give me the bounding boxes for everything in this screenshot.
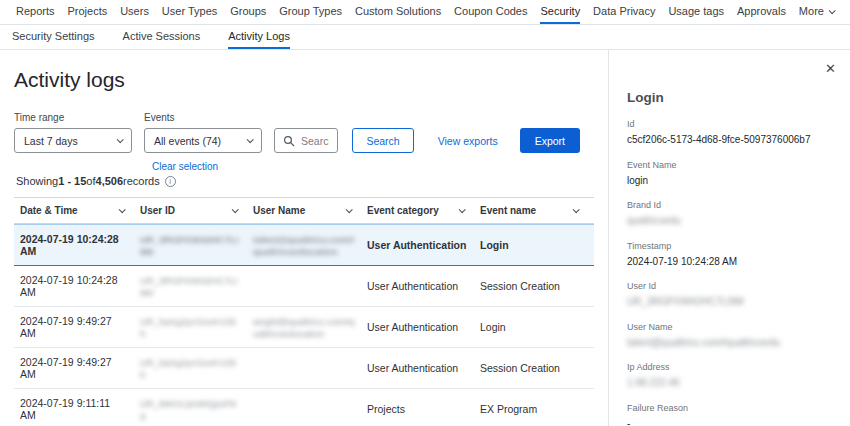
nav-item-security[interactable]: Security [540,0,580,24]
detail-field-label: User Name [627,322,834,332]
detail-field-value: c5cf206c-5173-4d68-9fce-5097376006b7 [627,133,834,147]
page-title: Activity logs [14,68,594,92]
nav-item-label: Reports [16,5,55,17]
events-filter: Events All events (74) Clear selection [144,112,262,153]
export-button[interactable]: Export [520,128,580,153]
tab-active-sessions[interactable]: Active Sessions [123,25,201,49]
detail-field-value: talent@qualtrics.com#qualtricsedu [627,336,834,350]
column-header-user-id[interactable]: User ID [140,198,253,223]
view-exports-link[interactable]: View exports [438,135,498,147]
sort-chevron-icon [459,206,466,213]
sort-chevron-icon [346,206,353,213]
column-header-label: Date & Time [20,205,78,216]
cell-datetime: 2024-07-19 10:24:28 AM [20,225,140,265]
nav-item-label: Groups [230,5,266,17]
cell-event-category: User Authentication [367,354,480,382]
detail-field-value: 2024-07-19 10:24:28 AM [627,255,834,269]
cell-user-id: UR_5aXg2ycGxvKV25h [140,348,253,388]
cell-user-name [253,360,367,376]
detail-field-value: 1.98.222.46 [627,376,834,390]
table-row[interactable]: 2024-07-19 9:11:11 AMUR_8WVLrjmWQpxP9qPr… [14,389,594,426]
nav-item-user-types[interactable]: User Types [162,0,217,24]
cell-datetime: 2024-07-19 10:24:28 AM [20,266,140,306]
column-header-event-name[interactable]: Event name [480,198,594,223]
nav-item-label: Security [540,5,580,17]
search-input[interactable] [301,135,329,147]
cell-event-category: User Authentication [367,231,480,259]
column-header-date-time[interactable]: Date & Time [20,198,140,223]
blurred-user-name: talent@qualtrics.com#qualtricseducation [253,234,355,257]
cell-datetime: 2024-07-19 9:49:27 AM [20,348,140,388]
nav-item-users[interactable]: Users [120,0,149,24]
info-icon[interactable]: i [165,176,176,187]
blurred-user-id: UR_5aXg2ycGxvKV25h [140,316,236,339]
detail-field-brand-id: Brand Idqualtricsedu [627,200,834,228]
nav-item-more[interactable]: More [799,0,834,24]
detail-field-label: Ip Address [627,362,834,372]
events-dropdown[interactable]: All events (74) [144,128,262,153]
cell-event-name: Login [480,231,594,259]
detail-field-timestamp: Timestamp2024-07-19 10:24:28 AM [627,241,834,269]
blurred-user-name: wright@qualtrics.com#qualtricseducation [253,316,355,339]
nav-item-label: Approvals [737,5,786,17]
detail-field-label: Brand Id [627,200,834,210]
nav-item-label: Projects [67,5,107,17]
detail-field-user-name: User Nametalent@qualtrics.com#qualtricse… [627,322,834,350]
column-header-event-category[interactable]: Event category [367,198,480,223]
chevron-down-icon [247,136,254,143]
security-tab-bar: Security SettingsActive SessionsActivity… [0,25,850,50]
detail-field-label: Id [627,119,834,129]
nav-item-label: More [799,5,824,17]
nav-item-data-privacy[interactable]: Data Privacy [593,0,655,24]
detail-field-value: UR_3RGPXW42HC7LI9M [627,295,834,309]
nav-item-projects[interactable]: Projects [67,0,107,24]
table-row[interactable]: 2024-07-19 10:24:28 AMUR_3RGPXW42HC7LI9M… [14,266,594,307]
time-range-dropdown[interactable]: Last 7 days [14,128,132,153]
event-detail-panel: ✕ Login Idc5cf206c-5173-4d68-9fce-509737… [608,50,850,426]
cell-datetime: 2024-07-19 9:49:27 AM [20,307,140,347]
nav-item-usage-tags[interactable]: Usage tags [668,0,724,24]
cell-user-name: talent@qualtrics.com#qualtricseducation [253,225,367,265]
chevron-down-icon [117,136,124,143]
nav-item-label: Coupon Codes [454,5,527,17]
cell-event-name: EX Program [480,395,594,423]
close-icon[interactable]: ✕ [825,62,836,75]
detail-field-label: Failure Reason [627,403,834,413]
column-header-user-name[interactable]: User Name [253,198,367,223]
blurred-user-id: UR_3RGPXW42HC7LI9M [140,234,238,257]
tab-security-settings[interactable]: Security Settings [12,25,95,49]
cell-user-name: wright@qualtrics.com#qualtricseducation [253,307,367,347]
nav-item-label: Custom Solutions [355,5,441,17]
activity-logs-content: Activity logs Time range Last 7 days Eve… [0,50,608,426]
time-range-filter: Time range Last 7 days [14,112,132,153]
detail-field-label: User Id [627,281,834,291]
nav-item-reports[interactable]: Reports [16,0,55,24]
cell-event-category: User Authentication [367,313,480,341]
cell-user-id: UR_3RGPXW42HC7LI9M [140,266,253,306]
table-row[interactable]: 2024-07-19 9:49:27 AMUR_5aXg2ycGxvKV25hU… [14,348,594,389]
search-icon [283,135,295,147]
nav-item-group-types[interactable]: Group Types [279,0,342,24]
nav-item-coupon-codes[interactable]: Coupon Codes [454,0,527,24]
table-row[interactable]: 2024-07-19 10:24:28 AMUR_3RGPXW42HC7LI9M… [14,224,594,266]
nav-item-groups[interactable]: Groups [230,0,266,24]
chevron-down-icon [829,7,836,14]
blurred-user-id: UR_8WVLrjmWQpxP9q [140,398,236,421]
nav-item-approvals[interactable]: Approvals [737,0,786,24]
blurred-user-id: UR_5aXg2ycGxvKV25h [140,357,236,380]
search-box [274,128,338,153]
column-header-label: User ID [140,205,175,216]
table-body: 2024-07-19 10:24:28 AMUR_3RGPXW42HC7LI9M… [14,224,594,426]
tab-activity-logs[interactable]: Activity Logs [228,25,290,49]
detail-field-value: qualtricsedu [627,214,834,228]
summary-prefix: Showing [16,175,58,187]
search-button[interactable]: Search [352,128,413,153]
cell-event-name: Login [480,313,594,341]
sort-chevron-icon [573,206,580,213]
nav-item-custom-solutions[interactable]: Custom Solutions [355,0,441,24]
cell-event-category: Projects [367,395,480,423]
table-row[interactable]: 2024-07-19 9:49:27 AMUR_5aXg2ycGxvKV25hw… [14,307,594,348]
sort-chevron-icon [119,206,126,213]
cell-event-category: User Authentication [367,272,480,300]
clear-selection-link[interactable]: Clear selection [152,161,218,172]
